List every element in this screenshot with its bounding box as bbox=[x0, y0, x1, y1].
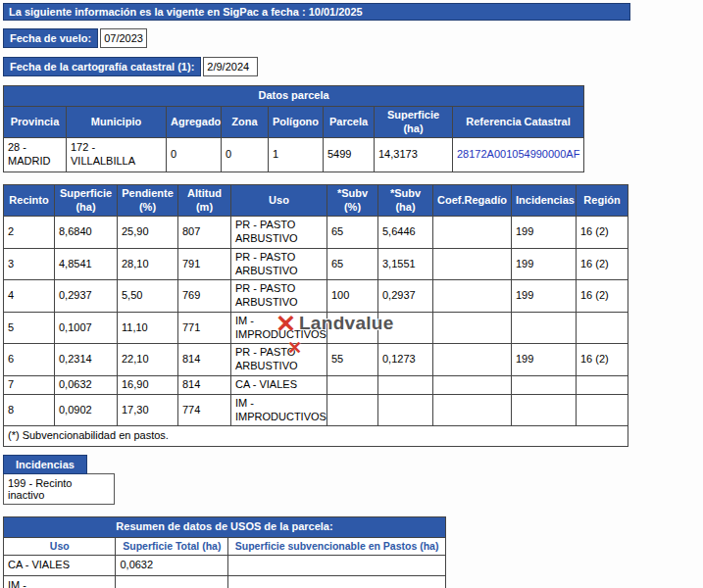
table-cell: 769 bbox=[178, 280, 231, 313]
table-cell: 25,90 bbox=[118, 217, 178, 249]
table-cell bbox=[327, 375, 378, 394]
table-cell: 4 bbox=[4, 280, 55, 313]
column-header: Pendiente (%) bbox=[118, 184, 178, 217]
table-cell: 0,2937 bbox=[378, 280, 433, 313]
recintos-header-row: RecintoSuperficie (ha)Pendiente (%)Altit… bbox=[4, 184, 628, 217]
datos-parcela-header-row: ProvinciaMunicipioAgregadoZonaPolígonoPa… bbox=[4, 106, 584, 138]
column-header: Superficie subvencionable en Pastos (ha) bbox=[228, 537, 446, 555]
table-cell bbox=[228, 575, 446, 588]
table-row: 80,090217,30774IM - IMPRODUCTIVOS bbox=[4, 394, 628, 426]
table-cell bbox=[577, 375, 628, 394]
table-cell: 28,10 bbox=[118, 248, 178, 280]
table-row: 60,231422,10814PR - PASTO ARBUSTIVO550,1… bbox=[4, 344, 628, 376]
table-cell: 0,2314 bbox=[55, 344, 118, 376]
table-cell: 771 bbox=[178, 312, 231, 344]
superficie-value: 14,3173 bbox=[375, 138, 453, 172]
table-cell: 0,2937 bbox=[55, 280, 118, 313]
table-cell bbox=[433, 312, 512, 344]
resumen-header-row: UsoSuperficie Total (ha)Superficie subve… bbox=[4, 537, 446, 555]
info-banner: La siguiente información es la vigente e… bbox=[3, 3, 630, 21]
datos-parcela-title-row: Datos parcela bbox=[4, 86, 584, 107]
table-cell bbox=[433, 375, 512, 394]
resumen-title-row: Resumen de datos de USOS de la parcela: bbox=[4, 517, 446, 538]
column-header: Región bbox=[577, 184, 628, 217]
table-cell: 16 (2) bbox=[577, 217, 628, 249]
recintos-footnote: (*) Subvencionabilidad en pastos. bbox=[4, 426, 628, 447]
referencia-catastral-link[interactable]: 28172A001054990000AF bbox=[453, 138, 584, 172]
column-header: *Subv (%) bbox=[327, 184, 378, 217]
table-cell: 7 bbox=[4, 375, 55, 394]
table-cell bbox=[378, 375, 433, 394]
table-cell bbox=[327, 312, 378, 344]
recintos-footnote-row: (*) Subvencionabilidad en pastos. bbox=[4, 426, 628, 447]
table-cell bbox=[512, 312, 577, 344]
column-header: *Subv (ha) bbox=[378, 184, 433, 217]
municipio-value: 172 - VILLALBILLA bbox=[67, 138, 167, 172]
fecha-vuelo-field: Fecha de vuelo: bbox=[3, 28, 700, 48]
table-cell: 0,0632 bbox=[116, 555, 228, 575]
table-cell: IM - IMPRODUCTIVOS bbox=[231, 394, 327, 426]
column-header: Incidencias bbox=[512, 184, 577, 217]
table-cell: 774 bbox=[178, 394, 231, 426]
table-cell: 199 bbox=[512, 248, 577, 280]
table-cell: 0,1273 bbox=[378, 344, 433, 376]
table-cell: 16 (2) bbox=[577, 344, 628, 376]
table-cell bbox=[433, 394, 512, 426]
table-cell: 5,50 bbox=[118, 280, 178, 313]
table-cell bbox=[512, 394, 577, 426]
fecha-vuelo-input[interactable] bbox=[100, 28, 147, 48]
resumen-body: CA - VIALES0,0632IM - IMPRODUCTIVOS0,190… bbox=[4, 555, 446, 588]
table-row: 40,29375,50769PR - PASTO ARBUSTIVO1000,2… bbox=[4, 280, 628, 313]
table-cell: 8,6840 bbox=[55, 217, 118, 249]
column-header: Altitud (m) bbox=[178, 184, 231, 217]
column-header: Superficie (ha) bbox=[55, 184, 118, 217]
column-header: Superficie Total (ha) bbox=[116, 537, 228, 555]
table-cell: 199 bbox=[512, 217, 577, 249]
incidencias-section: Incidencias 199 - Recinto inactivo bbox=[3, 455, 700, 505]
table-cell: 814 bbox=[178, 375, 231, 394]
table-cell bbox=[433, 280, 512, 313]
table-cell bbox=[433, 248, 512, 280]
provincia-value: 28 - MADRID bbox=[4, 138, 67, 172]
table-cell: CA - VIALES bbox=[231, 375, 327, 394]
table-cell: 814 bbox=[178, 344, 231, 376]
table-cell bbox=[577, 312, 628, 344]
table-cell: 0,1007 bbox=[55, 312, 118, 344]
table-cell bbox=[378, 312, 433, 344]
table-cell: PR - PASTO ARBUSTIVO bbox=[231, 280, 327, 313]
table-cell: 55 bbox=[327, 344, 378, 376]
table-cell: 199 bbox=[512, 280, 577, 313]
poligono-value: 1 bbox=[269, 138, 324, 172]
recintos-section: RecintoSuperficie (ha)Pendiente (%)Altit… bbox=[3, 184, 628, 447]
column-header: Recinto bbox=[4, 184, 55, 217]
resumen-title: Resumen de datos de USOS de la parcela: bbox=[4, 517, 446, 538]
column-header: Parcela bbox=[324, 106, 375, 138]
table-cell: 65 bbox=[327, 248, 378, 280]
fecha-vuelo-label: Fecha de vuelo: bbox=[3, 28, 98, 48]
column-header: Polígono bbox=[269, 106, 324, 138]
column-header: Uso bbox=[4, 537, 116, 555]
table-cell: 2 bbox=[4, 217, 55, 249]
table-cell: 4,8541 bbox=[55, 248, 118, 280]
column-header: Provincia bbox=[4, 106, 67, 138]
table-cell: 3,1551 bbox=[378, 248, 433, 280]
table-cell: 6 bbox=[4, 344, 55, 376]
table-cell: IM - IMPRODUCTIVOS bbox=[4, 575, 116, 588]
datos-parcela-table: Datos parcela ProvinciaMunicipioAgregado… bbox=[3, 85, 584, 172]
column-header: Referencia Catastral bbox=[453, 106, 584, 138]
column-header: Uso bbox=[231, 184, 327, 217]
table-cell bbox=[577, 394, 628, 426]
table-row: CA - VIALES0,0632 bbox=[4, 555, 446, 575]
table-cell bbox=[228, 555, 446, 575]
table-row: 50,100711,10771IM - IMPRODUCTIVOS bbox=[4, 312, 628, 344]
table-cell: PR - PASTO ARBUSTIVO bbox=[231, 217, 327, 249]
fecha-cartografia-label: Fecha de la cartografía catastral (1): bbox=[3, 57, 201, 76]
table-cell: IM - IMPRODUCTIVOS bbox=[231, 312, 327, 344]
table-cell: PR - PASTO ARBUSTIVO bbox=[231, 248, 327, 280]
table-cell: 16 (2) bbox=[577, 280, 628, 313]
column-header: Coef.Regadío bbox=[433, 184, 512, 217]
table-cell: 3 bbox=[4, 248, 55, 280]
fecha-cartografia-input[interactable] bbox=[203, 57, 258, 76]
column-header: Agregado bbox=[167, 106, 222, 138]
agregado-value: 0 bbox=[167, 138, 222, 172]
